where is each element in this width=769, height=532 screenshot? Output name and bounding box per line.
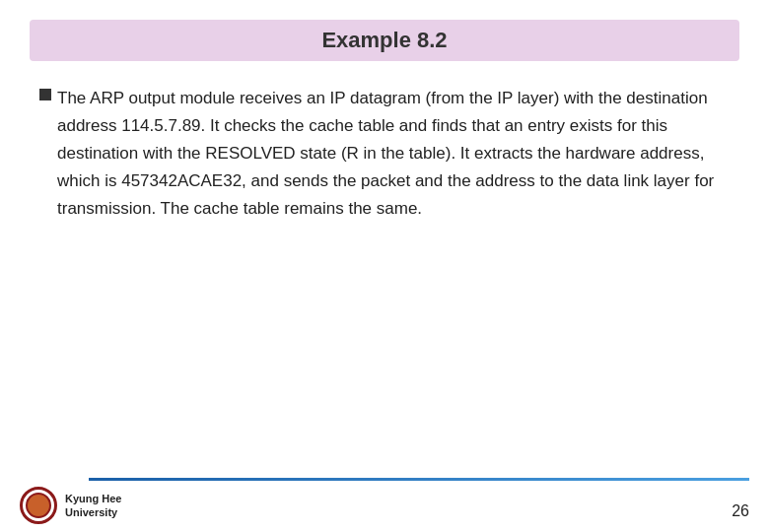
footer-line <box>89 478 749 481</box>
footer: Kyung Hee University 26 <box>0 487 769 532</box>
university-line2: University <box>65 505 121 519</box>
slide-container: Example 8.2 The ARP output module receiv… <box>0 0 769 532</box>
bullet-item: The ARP output module receives an IP dat… <box>39 85 730 223</box>
page-number: 26 <box>732 502 749 524</box>
bullet-icon <box>39 89 51 100</box>
title-bar: Example 8.2 <box>30 20 739 61</box>
university-name: Kyung Hee University <box>65 492 121 520</box>
university-logo <box>20 487 57 524</box>
slide-title: Example 8.2 <box>321 28 447 52</box>
footer-left: Kyung Hee University <box>20 487 121 524</box>
content-area: The ARP output module receives an IP dat… <box>30 85 739 223</box>
bullet-text: The ARP output module receives an IP dat… <box>57 85 730 223</box>
logo-inner <box>26 493 51 518</box>
university-line1: Kyung Hee <box>65 492 121 505</box>
